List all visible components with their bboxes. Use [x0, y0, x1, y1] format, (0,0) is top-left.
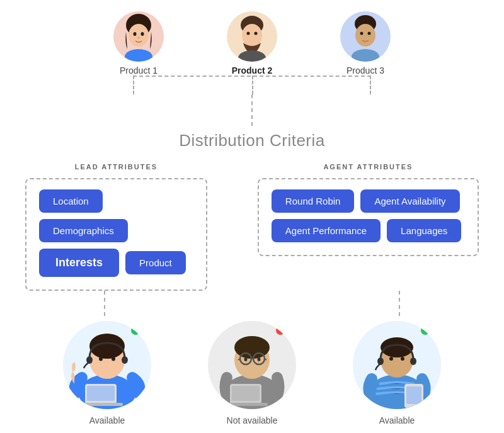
left-v-connector [104, 291, 105, 316]
bottom-connectors [101, 291, 403, 316]
agent-2-avatar [208, 321, 296, 409]
svg-point-42 [410, 357, 416, 365]
svg-point-39 [389, 357, 393, 361]
svg-point-4 [138, 37, 140, 39]
agent-2-label: Not available [227, 415, 278, 425]
svg-point-14 [368, 32, 371, 35]
svg-point-13 [360, 32, 364, 35]
attributes-section: LEAD ATTRIBUTES Location Demographics In… [0, 163, 504, 291]
product-3-label: Product 3 [346, 65, 384, 76]
svg-rect-34 [232, 386, 260, 401]
svg-rect-35 [224, 403, 268, 406]
lead-tags-container: Location Demographics Interests Product [39, 189, 193, 277]
agent-performance-tag: Agent Performance [272, 219, 381, 242]
product-2-label: Product 2 [232, 65, 273, 76]
lead-attributes-title: LEAD ATTRIBUTES [75, 163, 158, 171]
agent-2-status-dot [276, 326, 285, 335]
svg-point-10 [238, 50, 266, 62]
p3-connector [370, 76, 371, 94]
agent-tags-container: Round Robin Agent Availability Agent Per… [272, 189, 465, 242]
agent-3-label: Available [379, 415, 415, 425]
product-tag: Product [125, 251, 186, 274]
product-2-item: Product 2 [195, 11, 309, 76]
agent-2-item: Not available [189, 321, 315, 425]
svg-point-31 [244, 357, 248, 361]
products-section: Product 1 Product 2 [0, 0, 504, 76]
svg-point-9 [255, 32, 258, 35]
agent-3-item: Available [334, 321, 460, 425]
svg-rect-25 [79, 403, 123, 406]
demographics-tag: Demographics [39, 219, 128, 242]
svg-point-20 [112, 357, 115, 361]
agent-3-avatar [353, 321, 441, 409]
svg-point-1 [129, 24, 149, 47]
right-v-connector [399, 291, 400, 316]
svg-point-15 [352, 49, 379, 62]
svg-point-32 [258, 357, 261, 361]
product-connector [82, 76, 422, 94]
svg-point-19 [99, 357, 103, 361]
agent-attributes-box: Round Robin Agent Availability Agent Per… [258, 178, 479, 256]
product-1-label: Product 1 [120, 65, 158, 76]
product-2-avatar [227, 11, 277, 62]
center-v-connector [251, 94, 253, 126]
lead-attributes-group: LEAD ATTRIBUTES Location Demographics In… [25, 163, 207, 291]
svg-point-5 [125, 49, 152, 62]
agent-attributes-group: AGENT ATTRIBUTES Round Robin Agent Avail… [258, 163, 479, 291]
product-1-avatar [113, 11, 164, 62]
p1-connector [133, 76, 134, 94]
agent-attributes-title: AGENT ATTRIBUTES [323, 163, 413, 171]
agent-availability-tag: Agent Availability [360, 189, 459, 213]
product-1-item: Product 1 [82, 11, 195, 76]
agent-1-label: Available [89, 415, 125, 425]
lead-attributes-box: Location Demographics Interests Product [25, 178, 207, 291]
svg-point-2 [134, 32, 137, 36]
interests-tag: Interests [39, 249, 119, 277]
product-3-avatar [340, 11, 391, 62]
agent-3-status-dot [421, 326, 430, 335]
round-robin-tag: Round Robin [272, 189, 355, 213]
svg-point-8 [247, 32, 250, 35]
agents-section: Available [0, 321, 504, 425]
svg-point-3 [141, 32, 144, 36]
svg-point-7 [242, 24, 262, 47]
p2-connector [252, 76, 253, 94]
svg-point-22 [122, 356, 128, 364]
svg-point-12 [355, 24, 375, 47]
svg-rect-24 [87, 386, 115, 401]
languages-tag: Languages [387, 219, 461, 242]
svg-point-40 [401, 357, 404, 361]
product-3-item: Product 3 [309, 11, 422, 76]
distribution-title: Distribution Criteria [0, 131, 504, 150]
location-tag: Location [39, 189, 103, 213]
agent-1-avatar [63, 321, 151, 409]
agent-1-item: Available [44, 321, 170, 425]
svg-rect-44 [406, 386, 421, 404]
agent-1-status-dot [131, 326, 140, 335]
